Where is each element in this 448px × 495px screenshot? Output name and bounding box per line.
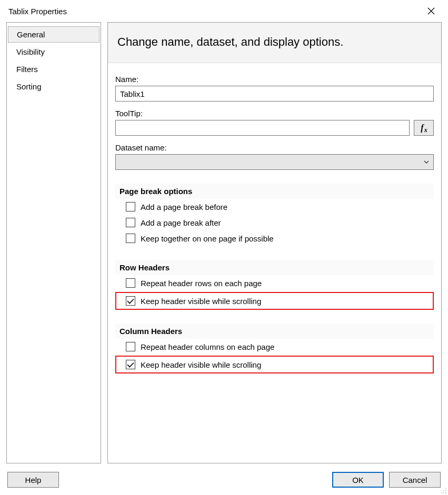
- content-panel: Change name, dataset, and display option…: [107, 22, 442, 463]
- checkbox-keep-together[interactable]: [126, 234, 135, 243]
- checkbox-repeat-row-headers[interactable]: [126, 278, 135, 288]
- svg-point-6: [443, 492, 444, 493]
- tooltip-label: ToolTip:: [115, 109, 434, 118]
- resize-grip-icon[interactable]: [440, 487, 447, 494]
- checkbox-keep-row-header-visible[interactable]: [126, 296, 135, 306]
- tooltip-input[interactable]: [115, 120, 410, 136]
- sidebar-item-filters[interactable]: Filters: [7, 60, 101, 78]
- sidebar-item-label: Filters: [16, 65, 38, 74]
- checkbox-break-after[interactable]: [126, 218, 135, 227]
- checkbox-label: Keep header visible while scrolling: [141, 360, 261, 369]
- svg-point-3: [443, 490, 444, 491]
- window-title: Tablix Properties: [8, 7, 421, 16]
- sidebar-item-visibility[interactable]: Visibility: [7, 43, 101, 60]
- dialog-body: General Visibility Filters Sorting Chang…: [0, 22, 448, 468]
- button-label: Help: [25, 476, 42, 484]
- sidebar-item-label: Visibility: [16, 47, 45, 56]
- check-row: Add a page break before: [115, 199, 434, 215]
- titlebar: Tablix Properties: [0, 0, 448, 22]
- fx-icon: fx: [421, 123, 426, 133]
- button-label: Cancel: [403, 476, 427, 484]
- ok-button[interactable]: OK: [332, 472, 384, 488]
- sidebar-item-label: General: [17, 30, 45, 39]
- tooltip-row: fx: [115, 120, 434, 136]
- dataset-label: Dataset name:: [115, 143, 434, 152]
- group-page-break: Page break options Add a page break befo…: [115, 184, 434, 246]
- checkbox-label: Keep together on one page if possible: [141, 234, 274, 243]
- group-title-column-headers: Column Headers: [115, 324, 434, 339]
- svg-point-4: [445, 490, 446, 491]
- close-icon: [427, 7, 435, 15]
- check-row: Repeat header rows on each page: [115, 275, 434, 291]
- highlight-box: Keep header visible while scrolling: [115, 356, 434, 373]
- check-row: Keep header visible while scrolling: [117, 358, 432, 371]
- dialog-window: Tablix Properties General Visibility Fil…: [0, 0, 448, 495]
- check-row: Add a page break after: [115, 215, 434, 230]
- check-row: Repeat header columns on each page: [115, 339, 434, 355]
- sidebar-item-label: Sorting: [16, 82, 42, 91]
- group-row-headers: Row Headers Repeat header rows on each p…: [115, 260, 434, 310]
- content-inner: Name: ToolTip: fx Dataset name:: [108, 63, 441, 463]
- checkbox-label: Repeat header columns on each page: [141, 342, 274, 351]
- group-title-row-headers: Row Headers: [115, 260, 434, 275]
- checkbox-keep-column-header-visible[interactable]: [126, 360, 135, 369]
- help-button[interactable]: Help: [7, 472, 59, 488]
- sidebar-item-sorting[interactable]: Sorting: [7, 78, 101, 95]
- cancel-button[interactable]: Cancel: [389, 472, 441, 488]
- checkbox-label: Repeat header rows on each page: [141, 279, 262, 288]
- close-button[interactable]: [421, 1, 442, 22]
- checkbox-label: Add a page break after: [141, 218, 221, 227]
- content-heading: Change name, dataset, and display option…: [108, 23, 441, 63]
- svg-point-5: [441, 492, 442, 493]
- svg-point-7: [445, 492, 446, 493]
- sidebar-item-general[interactable]: General: [8, 26, 99, 43]
- checkbox-break-before[interactable]: [126, 202, 135, 211]
- highlight-box: Keep header visible while scrolling: [115, 292, 434, 310]
- chevron-down-icon: [423, 158, 430, 166]
- name-label: Name:: [115, 75, 434, 84]
- check-row: Keep together on one page if possible: [115, 230, 434, 246]
- group-column-headers: Column Headers Repeat header columns on …: [115, 324, 434, 373]
- name-input[interactable]: [115, 86, 434, 102]
- checkbox-label: Keep header visible while scrolling: [141, 297, 261, 306]
- check-row: Keep header visible while scrolling: [117, 294, 432, 308]
- dataset-dropdown[interactable]: [115, 154, 434, 170]
- group-title-page-break: Page break options: [115, 184, 434, 199]
- checkbox-label: Add a page break before: [141, 203, 227, 211]
- dialog-footer: Help OK Cancel: [0, 468, 448, 495]
- button-label: OK: [352, 476, 364, 484]
- checkbox-repeat-column-headers[interactable]: [126, 342, 135, 351]
- expression-button[interactable]: fx: [414, 120, 434, 136]
- sidebar: General Visibility Filters Sorting: [6, 22, 101, 463]
- svg-point-2: [445, 488, 446, 489]
